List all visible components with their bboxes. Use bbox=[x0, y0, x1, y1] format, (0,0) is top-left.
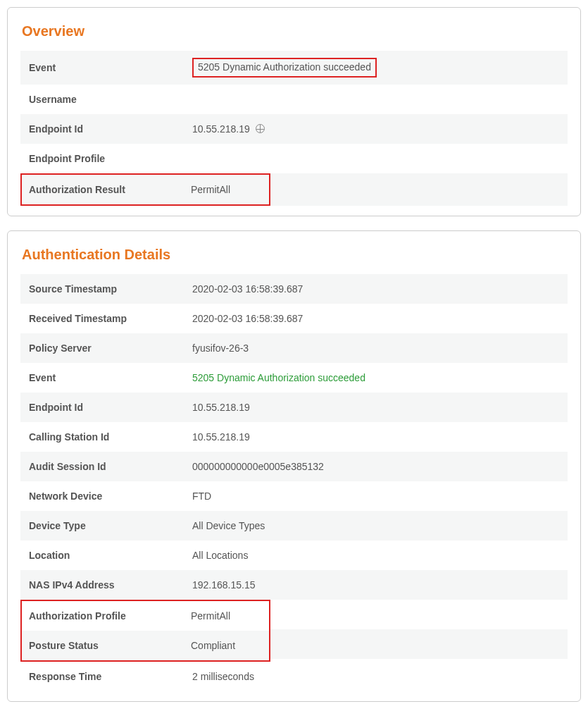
row-event2: Event 5205 Dynamic Authorization succeed… bbox=[20, 363, 568, 393]
overview-title: Overview bbox=[22, 23, 568, 39]
value-endpoint-id: 10.55.218.19 bbox=[192, 123, 250, 135]
label-response-time: Response Time bbox=[20, 664, 189, 689]
value-audit-session: 000000000000e0005e385132 bbox=[189, 454, 568, 479]
label-calling-station: Calling Station Id bbox=[20, 424, 189, 450]
value-nas-ipv4: 192.168.15.15 bbox=[189, 572, 568, 598]
value-endpoint-id2: 10.55.218.19 bbox=[189, 395, 568, 420]
overview-rows: Event 5205 Dynamic Authorization succeed… bbox=[20, 51, 568, 206]
row-username: Username bbox=[20, 85, 568, 114]
value-location: All Locations bbox=[189, 543, 568, 568]
value-device-type: All Device Types bbox=[189, 513, 568, 538]
label-auth-result: Authorization Result bbox=[22, 177, 188, 202]
row-auth-result: Authorization Result PermitAll bbox=[20, 173, 568, 206]
label-nas-ipv4: NAS IPv4 Address bbox=[20, 572, 189, 598]
value-response-time: 2 milliseconds bbox=[189, 664, 568, 689]
row-location: Location All Locations bbox=[20, 541, 568, 570]
row-posture-status: Posture Status Compliant bbox=[22, 631, 269, 660]
label-endpoint-id: Endpoint Id bbox=[20, 116, 189, 142]
label-endpoint-profile: Endpoint Profile bbox=[20, 146, 189, 171]
label-event: Event bbox=[20, 55, 189, 80]
row-network-device: Network Device FTD bbox=[20, 481, 568, 511]
label-network-device: Network Device bbox=[20, 483, 189, 509]
label-posture-status: Posture Status bbox=[22, 633, 188, 658]
label-audit-session: Audit Session Id bbox=[20, 454, 189, 479]
label-device-type: Device Type bbox=[20, 513, 189, 538]
overview-panel: Overview Event 5205 Dynamic Authorizatio… bbox=[7, 7, 581, 216]
value-event-wrap: 5205 Dynamic Authorization succeeded bbox=[189, 51, 568, 85]
auth-profile-posture-highlight: Authorization Profile PermitAll Posture … bbox=[20, 600, 270, 662]
row-nas-ipv4: NAS IPv4 Address 192.168.15.15 bbox=[20, 570, 568, 600]
value-auth-result: PermitAll bbox=[188, 177, 269, 202]
row-endpoint-id: Endpoint Id 10.55.218.19 bbox=[20, 114, 568, 144]
value-posture-status: Compliant bbox=[188, 633, 269, 658]
value-endpoint-profile bbox=[189, 152, 568, 166]
auth-details-panel: Authentication Details Source Timestamp … bbox=[7, 230, 581, 702]
row-auth-profile-posture-wrap: Authorization Profile PermitAll Posture … bbox=[20, 600, 568, 662]
value-received-ts: 2020-02-03 16:58:39.687 bbox=[189, 306, 568, 331]
label-endpoint-id2: Endpoint Id bbox=[20, 395, 189, 420]
row-audit-session: Audit Session Id 000000000000e0005e38513… bbox=[20, 452, 568, 481]
row-endpoint-profile: Endpoint Profile bbox=[20, 144, 568, 173]
label-event2: Event bbox=[20, 365, 189, 390]
auth-details-title: Authentication Details bbox=[22, 247, 568, 263]
value-calling-station: 10.55.218.19 bbox=[189, 424, 568, 450]
label-username: Username bbox=[20, 87, 189, 112]
globe-icon[interactable] bbox=[256, 124, 265, 133]
value-endpoint-id-wrap: 10.55.218.19 bbox=[189, 116, 568, 142]
value-auth-profile: PermitAll bbox=[188, 603, 269, 629]
value-event: 5205 Dynamic Authorization succeeded bbox=[192, 58, 377, 78]
row-received-ts: Received Timestamp 2020-02-03 16:58:39.6… bbox=[20, 304, 568, 333]
label-location: Location bbox=[20, 543, 189, 568]
label-source-ts: Source Timestamp bbox=[20, 276, 189, 302]
row-calling-station: Calling Station Id 10.55.218.19 bbox=[20, 422, 568, 452]
value-policy-server: fyusifov-26-3 bbox=[189, 335, 568, 361]
row-policy-server: Policy Server fyusifov-26-3 bbox=[20, 333, 568, 363]
row-event: Event 5205 Dynamic Authorization succeed… bbox=[20, 51, 568, 85]
value-source-ts: 2020-02-03 16:58:39.687 bbox=[189, 276, 568, 302]
row-endpoint-id2: Endpoint Id 10.55.218.19 bbox=[20, 393, 568, 422]
row-auth-profile: Authorization Profile PermitAll bbox=[22, 601, 269, 631]
row-device-type: Device Type All Device Types bbox=[20, 511, 568, 541]
label-received-ts: Received Timestamp bbox=[20, 306, 189, 331]
row-response-time: Response Time 2 milliseconds bbox=[20, 662, 568, 691]
label-policy-server: Policy Server bbox=[20, 335, 189, 361]
label-auth-profile: Authorization Profile bbox=[22, 603, 188, 629]
row-source-ts: Source Timestamp 2020-02-03 16:58:39.687 bbox=[20, 274, 568, 304]
value-username bbox=[189, 92, 568, 106]
value-event2: 5205 Dynamic Authorization succeeded bbox=[189, 365, 568, 390]
value-network-device: FTD bbox=[189, 483, 568, 509]
auth-result-highlight: Authorization Result PermitAll bbox=[20, 173, 270, 206]
auth-details-rows: Source Timestamp 2020-02-03 16:58:39.687… bbox=[20, 274, 568, 691]
